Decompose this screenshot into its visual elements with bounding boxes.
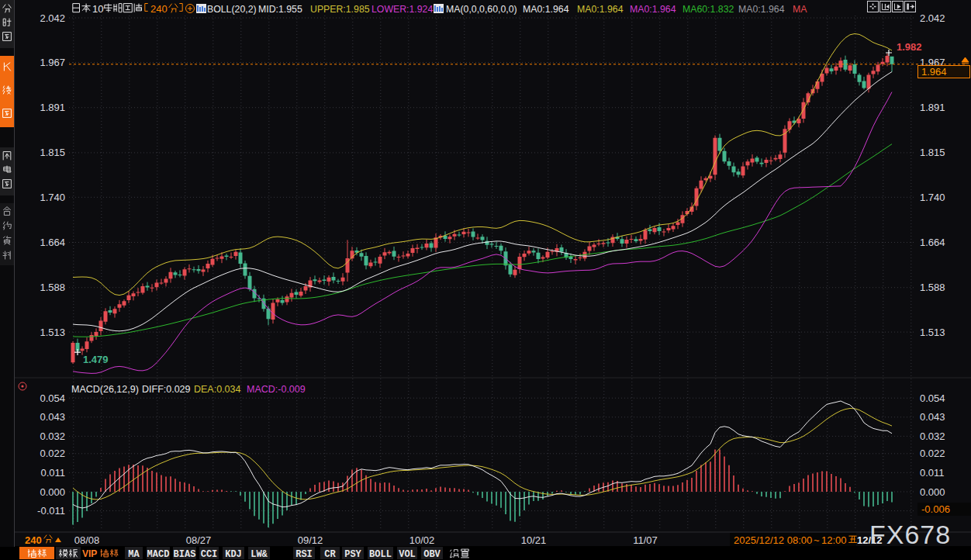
svg-text:-0.006: -0.006 [921,503,950,515]
svg-text:1.740: 1.740 [920,192,945,203]
svg-text:OBV: OBV [423,549,441,560]
svg-text:LOWER:1.924: LOWER:1.924 [371,4,433,15]
svg-text:11/07: 11/07 [633,534,658,546]
svg-text:BIAS: BIAS [174,549,196,560]
svg-text:RSI: RSI [295,549,313,560]
svg-text:CR: CR [324,549,336,560]
svg-text:1.815: 1.815 [40,147,65,158]
svg-text:MA0:1.964: MA0:1.964 [577,4,624,15]
svg-text:FX678: FX678 [869,520,951,549]
svg-text:MACD: MACD [147,549,170,560]
svg-text:1.664: 1.664 [40,237,65,248]
svg-text:0.022: 0.022 [920,448,945,459]
svg-text:10: 10 [92,3,103,15]
svg-text:1.891: 1.891 [920,102,945,113]
svg-text:MA60:1.832: MA60:1.832 [682,4,734,15]
svg-text:LW&: LW& [251,549,268,560]
svg-text:MA0:1.964: MA0:1.964 [523,4,569,15]
svg-text:1.513: 1.513 [920,327,945,338]
svg-text:MA(0,0,0,60,0,0): MA(0,0,0,60,0,0) [446,4,517,15]
svg-text:0.022: 0.022 [40,448,65,459]
svg-text:08/08: 08/08 [74,534,100,546]
svg-text:0.032: 0.032 [920,430,945,442]
svg-text:1.740: 1.740 [40,192,65,203]
svg-text:240: 240 [25,534,42,546]
svg-text:2025/12/12 08:00: 2025/12/12 08:00 [734,534,812,546]
svg-text:VOL: VOL [399,549,416,560]
svg-text:1.479: 1.479 [83,354,109,365]
svg-text:0.043: 0.043 [40,411,65,423]
svg-text:10/21: 10/21 [521,534,547,546]
svg-text:2.042: 2.042 [920,12,945,24]
svg-text:08/27: 08/27 [186,534,212,546]
svg-text:0.032: 0.032 [40,430,65,442]
svg-text:MACD(26,12,9): MACD(26,12,9) [71,384,139,395]
svg-text:BOLL(20,2): BOLL(20,2) [207,4,257,15]
svg-text:0.054: 0.054 [920,392,945,404]
svg-text:MID:1.955: MID:1.955 [258,4,302,15]
svg-text:09/12: 09/12 [298,534,323,546]
svg-text:12:00: 12:00 [821,534,847,546]
svg-text:0.054: 0.054 [40,392,65,404]
svg-text:MA: MA [793,4,807,15]
svg-text:0.011: 0.011 [920,467,945,479]
svg-text:0.000: 0.000 [920,486,945,498]
svg-text:0.000: 0.000 [40,486,65,498]
svg-text:BOLL: BOLL [369,549,392,560]
svg-text:UPPER:1.985: UPPER:1.985 [310,4,370,15]
svg-text:-0.011: -0.011 [37,505,65,517]
svg-text:1.967: 1.967 [40,57,65,68]
svg-text:KDJ: KDJ [225,549,242,560]
svg-text:1.664: 1.664 [920,237,945,248]
svg-text:1.588: 1.588 [920,282,945,293]
svg-text:1.815: 1.815 [920,147,945,158]
svg-text:MACD:-0.009: MACD:-0.009 [247,384,306,395]
svg-text:2.042: 2.042 [40,12,65,24]
svg-text:MA0:1.964: MA0:1.964 [630,4,676,15]
svg-text:MA0:1.964: MA0:1.964 [738,4,785,15]
svg-text:~: ~ [814,534,820,546]
svg-text:1.891: 1.891 [40,102,65,113]
svg-text:1.588: 1.588 [40,282,65,293]
svg-text:MA: MA [128,549,140,560]
svg-text:1.964: 1.964 [921,66,947,78]
svg-text:VIP: VIP [82,548,97,559]
svg-text:0.043: 0.043 [920,411,945,423]
svg-text:1.513: 1.513 [40,327,65,338]
svg-text:240: 240 [150,3,168,15]
svg-text:0.011: 0.011 [40,467,65,479]
svg-text:1.982: 1.982 [897,41,922,53]
svg-text:PSY: PSY [344,549,361,560]
svg-text:DEA:0.034: DEA:0.034 [194,384,241,395]
svg-text:CCI: CCI [201,549,218,560]
svg-text:DIFF:0.029: DIFF:0.029 [142,384,191,395]
svg-text:10/02: 10/02 [409,534,435,546]
